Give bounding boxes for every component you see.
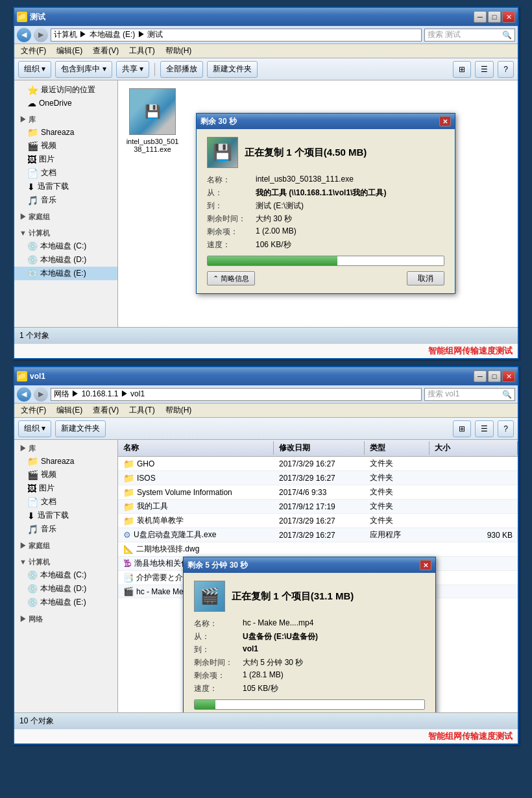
homegroup-header-1[interactable]: ▶ 家庭组 (14, 211, 117, 223)
lib-header-1[interactable]: ▶ 库 (14, 114, 117, 126)
col-name[interactable]: 名称 (118, 441, 274, 455)
file-date-1: 2017/3/29 16:27 (274, 473, 365, 483)
menu-edit-1[interactable]: 编辑(E) (54, 45, 85, 56)
col-type[interactable]: 类型 (365, 441, 429, 455)
menu-file-1[interactable]: 文件(F) (18, 45, 49, 56)
sidebar-video-2[interactable]: 🎬 视频 (14, 468, 117, 481)
view-list-2[interactable]: ☰ (475, 420, 494, 437)
address-path-1[interactable]: 计算机 ▶ 本地磁盘 (E:) ▶ 测试 (51, 29, 422, 42)
drive-d-icon: 💿 (27, 255, 38, 265)
dialog-title-bar-1: 剩余 30 秒 ✕ (197, 114, 455, 129)
forward-button-1[interactable]: ▶ (34, 28, 48, 42)
search-box-2[interactable]: 搜索 vol1 🔍 (424, 388, 515, 401)
dialog-row-to-1: 到： 测试 (E:\测试) (207, 200, 444, 212)
sidebar-thunder-1[interactable]: ⬇ 迅雷下载 (14, 180, 117, 193)
sidebar-drive-c-2[interactable]: 💿 本地磁盘 (C:) (14, 568, 117, 582)
sidebar-onedrive-1[interactable]: ☁ OneDrive (14, 97, 117, 110)
sidebar-shareaza-2[interactable]: 📁 Shareaza (14, 455, 117, 468)
sidebar-shareaza-1[interactable]: 📁 Shareaza (14, 126, 117, 139)
status-text-2: 10 个对象 (19, 716, 54, 727)
view-toggle-1[interactable]: ⊞ (453, 61, 471, 78)
sidebar-music-1[interactable]: 🎵 音乐 (14, 193, 117, 207)
file-type-3: 文件夹 (365, 500, 429, 513)
col-date[interactable]: 修改日期 (274, 441, 365, 455)
search-icon-2[interactable]: 🔍 (502, 390, 512, 399)
back-button-1[interactable]: ◀ (17, 28, 31, 42)
sidebar-thunder-2[interactable]: ⬇ 迅雷下载 (14, 509, 117, 522)
include-library-button-1[interactable]: 包含到库中 ▾ (55, 61, 112, 78)
dialog-close-1[interactable]: ✕ (439, 116, 451, 127)
menu-file-2[interactable]: 文件(F) (18, 405, 49, 416)
new-folder-button-1[interactable]: 新建文件夹 (207, 61, 258, 78)
help-button-1[interactable]: ? (498, 61, 514, 78)
col-size[interactable]: 大小 (429, 441, 518, 455)
sidebar-drive-c-1[interactable]: 💿 本地磁盘 (C:) (14, 239, 117, 253)
minimize-button-1[interactable]: ─ (474, 11, 487, 23)
lib-header-2[interactable]: ▶ 库 (14, 442, 117, 455)
computer-header-1[interactable]: ▼ 计算机 (14, 227, 117, 239)
menu-view-1[interactable]: 查看(V) (90, 45, 121, 56)
dialog-title-text-2: 剩余 5 分钟 30 秒 (187, 560, 420, 571)
maximize-button-1[interactable]: □ (488, 11, 501, 23)
title-bar-2: 📁 vol1 ─ □ ✕ (14, 367, 518, 385)
new-folder-button-2[interactable]: 新建文件夹 (55, 420, 106, 437)
help-button-2[interactable]: ? (498, 420, 514, 437)
menu-help-2[interactable]: 帮助(H) (163, 405, 195, 416)
win-frame-2: 📁 vol1 ─ □ ✕ ◀ ▶ 网络 ▶ 10.168.1.1 ▶ vol1 … (13, 366, 519, 745)
sidebar-images-2[interactable]: 🖼 图片 (14, 481, 117, 495)
play-all-button-1[interactable]: 全部播放 (160, 61, 203, 78)
list-header-2: 名称 修改日期 类型 大小 (118, 440, 518, 457)
search-icon-1[interactable]: 🔍 (502, 30, 512, 40)
sidebar-drive-d-1[interactable]: 💿 本地磁盘 (D:) (14, 253, 117, 267)
list-item[interactable]: 📁 我的工具 2017/9/12 17:19 文件夹 (118, 500, 518, 514)
sidebar-music-2[interactable]: 🎵 音乐 (14, 522, 117, 536)
sidebar-images-1[interactable]: 🖼 图片 (14, 152, 117, 166)
maximize-button-2[interactable]: □ (488, 370, 501, 382)
menu-tools-1[interactable]: 工具(T) (127, 45, 157, 56)
dialog-close-2[interactable]: ✕ (420, 560, 431, 570)
list-item[interactable]: 📁 ISOS 2017/3/29 16:27 文件夹 (118, 471, 518, 485)
sidebar-drive-e-1[interactable]: 💿 本地磁盘 (E:) (14, 267, 117, 280)
sidebar-video-1[interactable]: 🎬 视频 (14, 139, 117, 152)
minimize-button-2[interactable]: ─ (474, 370, 487, 382)
menu-tools-2[interactable]: 工具(T) (127, 405, 157, 416)
video-icon-2: 🎬 (27, 470, 38, 480)
sidebar-recent-1[interactable]: ⭐ 最近访问的位置 (14, 83, 117, 97)
file-name-3: 我的工具 (137, 501, 168, 512)
organize-button-1[interactable]: 组织 ▾ (18, 61, 51, 78)
detail-button-1[interactable]: ⌃ 简略信息 (207, 271, 255, 285)
network-header-2[interactable]: ▶ 网络 (14, 613, 117, 625)
sidebar-docs-1[interactable]: 📄 文档 (14, 166, 117, 180)
computer-header-2[interactable]: ▼ 计算机 (14, 556, 117, 568)
menu-help-1[interactable]: 帮助(H) (163, 45, 195, 56)
status-bar-1: 1 个对象 (14, 327, 518, 344)
list-item[interactable]: 📐 二期地块强排.dwg (118, 542, 518, 557)
forward-button-2[interactable]: ▶ (34, 387, 48, 402)
address-path-2[interactable]: 网络 ▶ 10.168.1.1 ▶ vol1 (51, 388, 422, 401)
back-button-2[interactable]: ◀ (17, 387, 31, 402)
sidebar-docs-2[interactable]: 📄 文档 (14, 495, 117, 509)
list-item[interactable]: 📁 装机简单教学 2017/3/29 16:27 文件夹 (118, 514, 518, 528)
sidebar-drive-e-2[interactable]: 💿 本地磁盘 (E:) (14, 596, 117, 609)
homegroup-header-2[interactable]: ▶ 家庭组 (14, 540, 117, 552)
view-toggle-2[interactable]: ⊞ (453, 420, 471, 437)
list-item[interactable]: 📁 GHO 2017/3/29 16:27 文件夹 (118, 457, 518, 471)
file-date-5: 2017/3/29 16:27 (274, 530, 365, 540)
file-size-7 (429, 563, 518, 564)
share-button-1[interactable]: 共享 ▾ (116, 61, 149, 78)
file-date-3: 2017/9/12 17:19 (274, 502, 365, 512)
search-box-1[interactable]: 搜索 测试 🔍 (424, 29, 515, 42)
file-exe-item[interactable]: 💾 intel_usb30_501 38_111.exe (123, 86, 182, 156)
list-item[interactable]: 📁 System Volume Information 2017/4/6 9:3… (118, 485, 518, 500)
list-item[interactable]: ⚙ U盘启动盘克隆工具.exe 2017/3/29 16:27 应用程序 930… (118, 528, 518, 542)
view-list-1[interactable]: ☰ (475, 61, 494, 78)
sidebar-drive-d-2[interactable]: 💿 本地磁盘 (D:) (14, 582, 117, 596)
close-button-2[interactable]: ✕ (502, 370, 515, 382)
menu-view-2[interactable]: 查看(V) (90, 405, 121, 416)
cancel-button-1[interactable]: 取消 (407, 271, 444, 285)
copy-dialog-1: 剩余 30 秒 ✕ 💾 正在复制 1 个项目(4.50 MB) 名称： inte… (196, 113, 455, 294)
organize-button-2[interactable]: 组织 ▾ (18, 420, 51, 437)
menu-edit-2[interactable]: 编辑(E) (54, 405, 85, 416)
close-button-1[interactable]: ✕ (502, 11, 515, 23)
title-bar-buttons-2: ─ □ ✕ (474, 370, 515, 382)
